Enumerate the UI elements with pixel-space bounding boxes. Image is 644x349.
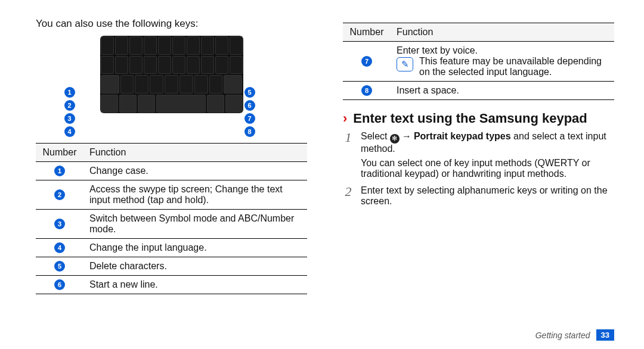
page: You can also use the following keys: 1 2 <box>0 0 644 349</box>
arrow-icon: → <box>402 131 411 141</box>
table-row: 6 Start a new line. <box>36 276 307 294</box>
callout-badge-1: 1 <box>64 87 75 98</box>
row-fn: Start a new line. <box>83 276 307 294</box>
row-badge: 1 <box>54 166 65 176</box>
callout-badge-5: 5 <box>244 87 255 98</box>
callouts-right: 5 6 7 8 <box>244 87 255 137</box>
row-badge: 2 <box>54 189 65 200</box>
footer-section: Getting started <box>535 331 590 340</box>
th-number: Number <box>343 23 391 42</box>
callout-badge-2: 2 <box>64 100 75 111</box>
callout-badge-7: 7 <box>244 113 255 124</box>
step-number: 2 <box>343 185 354 210</box>
step2-text: Enter text by selecting alphanumeric key… <box>361 185 614 207</box>
section-heading: › Enter text using the Samsung keypad <box>343 111 614 126</box>
table-row: 3 Switch between Symbol mode and ABC/Num… <box>36 210 307 239</box>
table-row: 5 Delete characters. <box>36 257 307 276</box>
row-fn: Change case. <box>83 162 307 180</box>
row-badge: 8 <box>361 85 372 96</box>
row-badge: 6 <box>54 279 65 290</box>
row-badge: 5 <box>54 261 65 272</box>
callout-badge-6: 6 <box>244 100 255 111</box>
right-column: Number Function 7 Enter text by voice. ✎… <box>343 18 614 294</box>
row-fn: Access the swype tip screen; Change the … <box>83 180 307 210</box>
intro-text: You can also use the following keys: <box>36 18 307 30</box>
footer-page-number: 33 <box>596 329 614 341</box>
th-function: Function <box>391 23 614 42</box>
step1-bold: Portrait keypad types <box>414 131 511 141</box>
step-2: 2 Enter text by selecting alphanumeric k… <box>343 185 614 210</box>
row-badge: 3 <box>54 219 65 229</box>
step1-line1: Select ✻→Portrait keypad types and selec… <box>361 131 614 154</box>
function-table-left: Number Function 1 Change case. 2 Access … <box>36 143 307 294</box>
row-fn: Enter text by voice. ✎ This feature may … <box>391 42 614 82</box>
table-row: 7 Enter text by voice. ✎ This feature ma… <box>343 42 614 82</box>
step1-prefix: Select <box>361 131 390 141</box>
th-function: Function <box>83 144 307 162</box>
keypad-figure: 1 2 3 4 5 6 7 8 <box>36 36 307 137</box>
table-row: 8 Insert a space. <box>343 82 614 100</box>
row-fn: Switch between Symbol mode and ABC/Numbe… <box>83 210 307 239</box>
section-title: Enter text using the Samsung keypad <box>353 111 587 126</box>
note-text: This feature may be unavailable dependin… <box>419 56 608 77</box>
callout-badge-4: 4 <box>64 126 75 137</box>
step1-line2: You can select one of key input methods … <box>361 158 614 179</box>
callout-badge-8: 8 <box>244 126 255 137</box>
gear-icon: ✻ <box>390 134 400 144</box>
function-table-right: Number Function 7 Enter text by voice. ✎… <box>343 23 614 100</box>
row-badge: 4 <box>54 242 65 253</box>
table-row: 2 Access the swype tip screen; Change th… <box>36 180 307 210</box>
row-fn: Insert a space. <box>391 82 614 100</box>
left-column: You can also use the following keys: 1 2 <box>36 18 307 294</box>
page-footer: Getting started 33 <box>535 329 614 341</box>
table-row: 4 Change the input language. <box>36 239 307 257</box>
callouts-left: 1 2 3 4 <box>64 87 75 137</box>
row7-line1: Enter text by voice. <box>397 45 608 56</box>
note-icon: ✎ <box>397 57 413 71</box>
row-fn: Change the input language. <box>83 239 307 257</box>
row-badge: 7 <box>361 56 372 67</box>
step-1: 1 Select ✻→Portrait keypad types and sel… <box>343 131 614 183</box>
th-number: Number <box>36 144 83 162</box>
two-column-layout: You can also use the following keys: 1 2 <box>36 18 614 294</box>
table-row: 1 Change case. <box>36 162 307 180</box>
callout-badge-3: 3 <box>64 113 75 124</box>
note: ✎ This feature may be unavailable depend… <box>397 56 608 77</box>
step-number: 1 <box>343 131 354 183</box>
row-fn: Delete characters. <box>83 257 307 276</box>
chevron-icon: › <box>343 111 347 126</box>
